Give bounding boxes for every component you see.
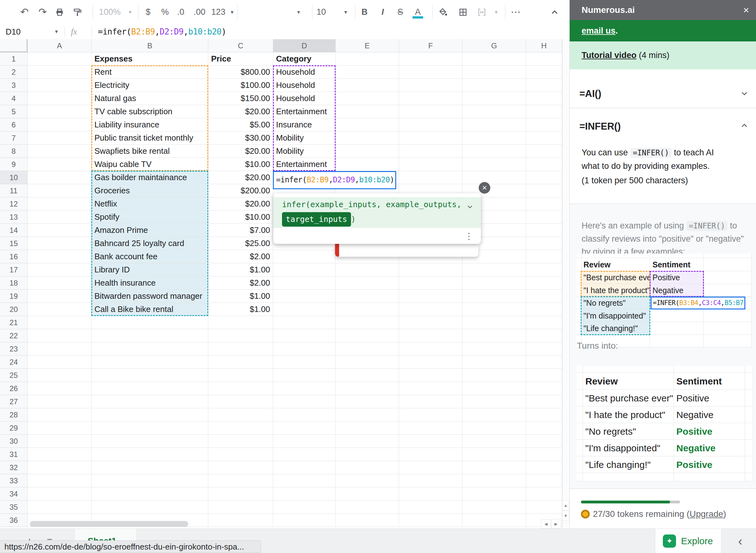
- cell-B19[interactable]: Bitwarden password manager: [92, 290, 208, 303]
- cell-B1[interactable]: Expenses: [92, 53, 208, 66]
- cell-E18[interactable]: [336, 276, 399, 290]
- cell-D5[interactable]: Entertainment: [273, 105, 336, 118]
- row-header-20[interactable]: 20: [0, 303, 28, 316]
- cell-D27[interactable]: [273, 395, 336, 408]
- cell-A21[interactable]: [28, 316, 92, 329]
- cell-B25[interactable]: [92, 369, 208, 382]
- cell-H32[interactable]: [526, 461, 562, 474]
- row-header-13[interactable]: 13: [0, 211, 28, 224]
- column-header-A[interactable]: A: [28, 39, 92, 53]
- row-header-4[interactable]: 4: [0, 92, 28, 105]
- cell-G33[interactable]: [462, 474, 526, 487]
- cell-E29[interactable]: [336, 421, 399, 435]
- cell-B17[interactable]: Library ID: [92, 263, 208, 276]
- cell-H21[interactable]: [526, 316, 562, 329]
- cell-F24[interactable]: [399, 356, 462, 369]
- cell-H10[interactable]: [526, 171, 562, 184]
- column-header-B[interactable]: B: [92, 39, 208, 53]
- cell-H13[interactable]: [526, 211, 562, 224]
- cell-B23[interactable]: [92, 342, 208, 356]
- cell-D28[interactable]: [273, 408, 336, 421]
- name-box-dropdown-icon[interactable]: ▼: [54, 24, 59, 39]
- cell-E33[interactable]: [336, 474, 399, 487]
- cell-C34[interactable]: [208, 487, 273, 500]
- cell-H14[interactable]: [526, 224, 562, 237]
- row-header-6[interactable]: 6: [0, 118, 28, 132]
- cell-F36[interactable]: [399, 514, 462, 527]
- cell-E27[interactable]: [336, 395, 399, 408]
- cell-D35[interactable]: [273, 500, 336, 514]
- cell-D19[interactable]: [273, 290, 336, 303]
- zoom-dropdown-icon[interactable]: ▼: [128, 0, 133, 24]
- cell-A26[interactable]: [28, 382, 92, 395]
- cell-D9[interactable]: Entertainment: [273, 158, 336, 171]
- cell-C9[interactable]: $10.00: [208, 158, 273, 171]
- row-header-10[interactable]: 10: [0, 171, 28, 184]
- cell-G19[interactable]: [462, 290, 526, 303]
- cell-A32[interactable]: [28, 461, 92, 474]
- cell-E3[interactable]: [336, 79, 399, 92]
- cell-D6[interactable]: Insurance: [273, 118, 336, 132]
- cell-G17[interactable]: [462, 263, 526, 276]
- cell-B28[interactable]: [92, 408, 208, 421]
- row-header-29[interactable]: 29: [0, 421, 28, 435]
- cell-C7[interactable]: $30.00: [208, 132, 273, 145]
- row-header-36[interactable]: 36: [0, 514, 28, 527]
- cell-B21[interactable]: [92, 316, 208, 329]
- cell-F6[interactable]: [399, 118, 462, 132]
- cell-F3[interactable]: [399, 79, 462, 92]
- row-header-2[interactable]: 2: [0, 66, 28, 79]
- cell-G29[interactable]: [462, 421, 526, 435]
- cell-G9[interactable]: [462, 158, 526, 171]
- cell-H9[interactable]: [526, 158, 562, 171]
- cell-G5[interactable]: [462, 105, 526, 118]
- cell-H31[interactable]: [526, 448, 562, 461]
- cell-E24[interactable]: [336, 356, 399, 369]
- cell-E4[interactable]: [336, 92, 399, 105]
- cell-F5[interactable]: [399, 105, 462, 118]
- cell-A4[interactable]: [28, 92, 92, 105]
- fill-color-icon[interactable]: [438, 8, 448, 17]
- cell-C6[interactable]: $5.00: [208, 118, 273, 132]
- row-header-24[interactable]: 24: [0, 356, 28, 369]
- more-formats-button[interactable]: 123: [211, 0, 225, 24]
- cell-A3[interactable]: [28, 79, 92, 92]
- cell-E23[interactable]: [336, 342, 399, 356]
- row-header-5[interactable]: 5: [0, 105, 28, 118]
- cell-A19[interactable]: [28, 290, 92, 303]
- cell-B22[interactable]: [92, 329, 208, 342]
- cell-H17[interactable]: [526, 263, 562, 276]
- cell-D1[interactable]: Category: [273, 53, 336, 66]
- cell-G31[interactable]: [462, 448, 526, 461]
- cell-H19[interactable]: [526, 290, 562, 303]
- cell-H12[interactable]: [526, 198, 562, 211]
- cell-C13[interactable]: $10.00: [208, 211, 273, 224]
- cell-F32[interactable]: [399, 461, 462, 474]
- cell-B6[interactable]: Liability insurance: [92, 118, 208, 132]
- format-currency-button[interactable]: $: [146, 0, 150, 24]
- scroll-down-button[interactable]: ▼: [562, 510, 569, 521]
- cell-D8[interactable]: Mobility: [273, 145, 336, 158]
- cell-D4[interactable]: Household: [273, 92, 336, 105]
- cell-H16[interactable]: [526, 250, 562, 263]
- horizontal-scrollbar-thumb[interactable]: [30, 521, 188, 527]
- cell-G4[interactable]: [462, 92, 526, 105]
- more-formats-dropdown-icon[interactable]: ▼: [230, 0, 234, 24]
- italic-button[interactable]: I: [381, 0, 384, 24]
- cell-E2[interactable]: [336, 66, 399, 79]
- cell-C21[interactable]: [208, 316, 273, 329]
- cell-A27[interactable]: [28, 395, 92, 408]
- cell-G28[interactable]: [462, 408, 526, 421]
- cell-D3[interactable]: Household: [273, 79, 336, 92]
- cell-C24[interactable]: [208, 356, 273, 369]
- tutorial-video-link[interactable]: Tutorial video: [582, 51, 637, 60]
- cell-C4[interactable]: $150.00: [208, 92, 273, 105]
- cell-B31[interactable]: [92, 448, 208, 461]
- cell-B11[interactable]: Groceries: [92, 184, 208, 198]
- cell-D36[interactable]: [273, 514, 336, 527]
- cell-H30[interactable]: [526, 435, 562, 448]
- cell-F8[interactable]: [399, 145, 462, 158]
- cell-F19[interactable]: [399, 290, 462, 303]
- cell-F30[interactable]: [399, 435, 462, 448]
- cell-F27[interactable]: [399, 395, 462, 408]
